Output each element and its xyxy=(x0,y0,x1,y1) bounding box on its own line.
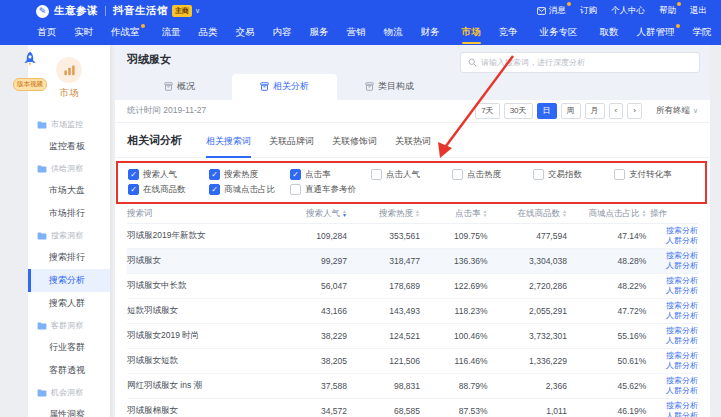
tab-概况[interactable]: 概况 xyxy=(127,74,232,100)
checkbox-checked-icon[interactable] xyxy=(290,169,301,180)
nav-item-作战室[interactable]: 作战室 xyxy=(102,22,149,45)
nav-item-业务专区[interactable]: 业务专区 xyxy=(531,22,587,45)
checkbox-checked-icon[interactable] xyxy=(209,169,220,180)
action-link-搜索分析[interactable]: 搜索分析 xyxy=(666,251,698,261)
action-link-搜索分析[interactable]: 搜索分析 xyxy=(666,276,698,286)
checkbox-checked-icon[interactable] xyxy=(128,184,139,195)
nav-item-财务[interactable]: 财务 xyxy=(412,22,449,45)
metric-checkbox-支付转化率[interactable]: 支付转化率 xyxy=(614,169,695,181)
sidebar-item-搜索分析[interactable]: 搜索分析 xyxy=(28,269,110,292)
user-link-订购[interactable]: 订购 xyxy=(580,5,597,17)
nav-item-取数[interactable]: 取数 xyxy=(591,22,628,45)
sidebar-item-客群透视[interactable]: 客群透视 xyxy=(28,359,110,382)
metric-checkbox-直通车参考价[interactable]: 直通车参考价 xyxy=(290,184,371,196)
nav-item-首页[interactable]: 首页 xyxy=(28,22,65,45)
unit-button-周[interactable]: 周 xyxy=(561,103,581,119)
unit-button-日[interactable]: 日 xyxy=(537,103,557,119)
next-period-button[interactable]: › xyxy=(627,103,642,119)
action-link-人群分析[interactable]: 人群分析 xyxy=(666,286,698,296)
action-link-人群分析[interactable]: 人群分析 xyxy=(666,361,698,371)
action-link-搜索分析[interactable]: 搜索分析 xyxy=(666,226,698,236)
checkbox-checked-icon[interactable] xyxy=(128,169,139,180)
sidebar-item-搜索排行[interactable]: 搜索排行 xyxy=(28,246,110,269)
metric-checkbox-交易指数[interactable]: 交易指数 xyxy=(533,169,614,181)
version-video-widget[interactable]: 版本视频 xyxy=(8,50,52,91)
checkbox-unchecked-icon[interactable] xyxy=(371,169,382,180)
action-link-搜索分析[interactable]: 搜索分析 xyxy=(666,301,698,311)
sidebar-group-市场监控[interactable]: 市场监控 xyxy=(28,114,110,135)
nav-item-内容[interactable]: 内容 xyxy=(264,22,301,45)
nav-item-实时[interactable]: 实时 xyxy=(65,22,102,45)
column-header-商城点击占比[interactable]: 商城点击占比▲▼ xyxy=(571,208,650,220)
user-link-消息[interactable]: 消息 xyxy=(537,5,566,17)
action-link-人群分析[interactable]: 人群分析 xyxy=(666,411,698,417)
nav-item-品类[interactable]: 品类 xyxy=(190,22,227,45)
subtab-关联热词[interactable]: 关联热词 xyxy=(395,135,431,157)
action-link-人群分析[interactable]: 人群分析 xyxy=(666,386,698,396)
nav-item-服务[interactable]: 服务 xyxy=(301,22,338,45)
metric-checkbox-搜索热度[interactable]: 搜索热度 xyxy=(209,169,290,181)
sidebar-item-行业客群[interactable]: 行业客群 xyxy=(28,336,110,359)
column-header-点击率[interactable]: 点击率▲▼ xyxy=(424,208,492,220)
sidebar-item-搜索人群[interactable]: 搜索人群 xyxy=(28,292,110,315)
subtab-关联品牌词[interactable]: 关联品牌词 xyxy=(269,135,314,157)
sort-icon[interactable]: ▲▼ xyxy=(562,210,567,217)
checkbox-checked-icon[interactable] xyxy=(209,184,220,195)
sort-icon[interactable]: ▲▼ xyxy=(483,210,488,217)
nav-item-人群管理[interactable]: 人群管理 xyxy=(628,22,684,45)
column-header-在线商品数[interactable]: 在线商品数▲▼ xyxy=(492,208,571,220)
user-link-帮助[interactable]: 帮助 xyxy=(659,5,676,17)
column-header-搜索人气[interactable]: 搜索人气▲▼ xyxy=(278,208,351,220)
action-link-搜索分析[interactable]: 搜索分析 xyxy=(666,351,698,361)
metric-checkbox-在线商品数[interactable]: 在线商品数 xyxy=(128,184,209,196)
sort-icon[interactable]: ▲▼ xyxy=(342,210,347,217)
range-button-30天[interactable]: 30天 xyxy=(504,103,533,119)
action-link-人群分析[interactable]: 人群分析 xyxy=(666,261,698,271)
action-link-搜索分析[interactable]: 搜索分析 xyxy=(666,326,698,336)
unit-button-月[interactable]: 月 xyxy=(585,103,605,119)
sidebar-item-属性洞察[interactable]: 属性洞察 xyxy=(28,403,110,417)
nav-item-流量[interactable]: 流量 xyxy=(153,22,190,45)
checkbox-unchecked-icon[interactable] xyxy=(533,169,544,180)
checkbox-unchecked-icon[interactable] xyxy=(290,184,301,195)
user-link-个人中心[interactable]: 个人中心 xyxy=(611,5,645,17)
action-link-人群分析[interactable]: 人群分析 xyxy=(666,336,698,346)
metric-checkbox-点击人气[interactable]: 点击人气 xyxy=(371,169,452,181)
tab-类目构成[interactable]: 类目构成 xyxy=(337,74,442,100)
nav-item-竞争[interactable]: 竞争 xyxy=(490,22,527,45)
sidebar-group-搜索洞察[interactable]: 搜索洞察 xyxy=(28,225,110,246)
nav-item-交易[interactable]: 交易 xyxy=(227,22,264,45)
search-input[interactable] xyxy=(481,58,692,67)
metric-checkbox-点击率[interactable]: 点击率 xyxy=(290,169,371,181)
shop-switch-caret-icon[interactable]: ∨ xyxy=(195,7,200,15)
column-header-搜索热度[interactable]: 搜索热度▲▼ xyxy=(351,208,424,220)
nav-item-营销[interactable]: 营销 xyxy=(338,22,375,45)
checkbox-unchecked-icon[interactable] xyxy=(452,169,463,180)
nav-item-学院[interactable]: 学院 xyxy=(684,22,721,45)
sort-icon[interactable]: ▲▼ xyxy=(641,210,646,217)
user-link-退出[interactable]: 退出 xyxy=(690,5,707,17)
metric-checkbox-点击热度[interactable]: 点击热度 xyxy=(452,169,533,181)
nav-item-市场[interactable]: 市场 xyxy=(453,22,490,45)
subtab-关联修饰词[interactable]: 关联修饰词 xyxy=(332,135,377,157)
prev-period-button[interactable]: ‹ xyxy=(609,103,624,119)
metric-checkbox-商城点击占比[interactable]: 商城点击占比 xyxy=(209,184,290,196)
checkbox-unchecked-icon[interactable] xyxy=(614,169,625,180)
sidebar-group-供给洞察[interactable]: 供给洞察 xyxy=(28,158,110,179)
metric-checkbox-搜索人气[interactable]: 搜索人气 xyxy=(128,169,209,181)
subtab-相关搜索词[interactable]: 相关搜索词 xyxy=(206,135,251,157)
sidebar-item-监控看板[interactable]: 监控看板 xyxy=(28,135,110,158)
range-button-7天[interactable]: 7天 xyxy=(475,103,499,119)
sidebar-group-客群洞察[interactable]: 客群洞察 xyxy=(28,315,110,336)
sidebar-item-市场大盘[interactable]: 市场大盘 xyxy=(28,179,110,202)
action-link-搜索分析[interactable]: 搜索分析 xyxy=(666,376,698,386)
nav-item-物流[interactable]: 物流 xyxy=(375,22,412,45)
channel-dropdown[interactable]: 所有终端 ∨ xyxy=(656,105,698,117)
action-link-人群分析[interactable]: 人群分析 xyxy=(666,236,698,246)
tab-相关分析[interactable]: 相关分析 xyxy=(232,74,337,100)
rocket-badge-label[interactable]: 版本视频 xyxy=(13,78,47,91)
action-link-人群分析[interactable]: 人群分析 xyxy=(666,311,698,321)
shop-name[interactable]: 抖音生活馆 xyxy=(113,4,168,18)
sort-icon[interactable]: ▲▼ xyxy=(415,210,420,217)
sidebar-item-市场排行[interactable]: 市场排行 xyxy=(28,202,110,225)
